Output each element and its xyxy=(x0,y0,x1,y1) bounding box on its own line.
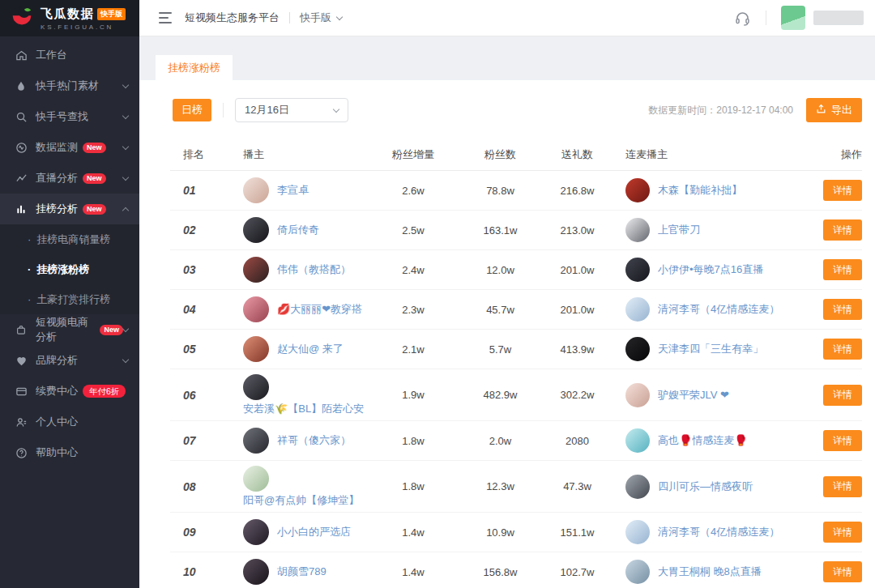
link-broadcaster-avatar[interactable] xyxy=(625,475,650,499)
broadcaster-name-link[interactable]: 李宣卓 xyxy=(277,183,309,198)
link-broadcaster-avatar[interactable] xyxy=(625,297,650,322)
headset-icon[interactable] xyxy=(734,10,751,27)
menu-collapse-icon[interactable] xyxy=(159,12,173,23)
chevron-down-icon xyxy=(122,325,129,331)
broadcaster-avatar[interactable] xyxy=(243,428,269,454)
sidebar-subitem-ecommerce-sales-rank[interactable]: 挂榜电商销量榜 xyxy=(0,224,139,254)
brand-heart-icon xyxy=(15,354,28,367)
sidebar-item-hot-materials[interactable]: 快手热门素材 xyxy=(0,70,139,101)
broadcaster-name-link[interactable]: 阳哥@有点帅【修坤堂】 xyxy=(243,493,359,508)
sidebar-item-label: 帮助中心 xyxy=(36,445,78,460)
rank-value: 09 xyxy=(170,526,227,539)
pulse-icon xyxy=(15,141,28,154)
sidebar-item-label: 直播分析 xyxy=(36,171,78,185)
detail-button[interactable]: 详情 xyxy=(823,476,862,497)
broadcaster-name-link[interactable]: 倚后传奇 xyxy=(277,223,319,237)
sidebar-item-personal-center[interactable]: 个人中心 xyxy=(0,407,139,437)
fans-total-value: 10.9w xyxy=(462,526,539,539)
broadcaster-avatar[interactable] xyxy=(243,374,269,400)
broadcaster-avatar[interactable] xyxy=(243,519,269,545)
update-time-label: 数据更新时间： xyxy=(648,104,716,116)
link-broadcaster-name-link[interactable]: 清河李哥（4亿情感连麦） xyxy=(658,525,779,539)
sidebar-item-workbench[interactable]: 工作台 xyxy=(0,40,139,70)
broadcaster-name-link[interactable]: 💋大丽丽❤教穿搭 xyxy=(277,302,362,317)
link-broadcaster-avatar[interactable] xyxy=(625,560,650,584)
sidebar-item-ranking-analysis[interactable]: 挂榜分析 New xyxy=(0,194,139,224)
sidebar-subitem-label: 土豪打赏排行榜 xyxy=(36,292,110,307)
sidebar-item-data-monitor[interactable]: 数据监测 New xyxy=(0,132,139,163)
link-broadcaster-name-link[interactable]: 小伊伊•每晚7点16直播 xyxy=(658,262,763,277)
watermelon-logo-icon xyxy=(10,5,34,32)
search-icon xyxy=(15,110,28,123)
export-button[interactable]: 导出 xyxy=(806,98,862,122)
detail-button[interactable]: 详情 xyxy=(823,522,862,543)
link-broadcaster-avatar[interactable] xyxy=(625,258,650,282)
rank-value: 07 xyxy=(170,434,227,447)
fans-gain-value: 1.9w xyxy=(365,389,462,401)
broadcaster-name-link[interactable]: 伟伟（教搭配） xyxy=(277,262,351,277)
broadcaster-avatar[interactable] xyxy=(243,466,269,492)
broadcaster-name-link[interactable]: 赵大仙@ 来了 xyxy=(277,342,344,356)
chevron-down-icon xyxy=(122,112,129,118)
link-broadcaster-avatar[interactable] xyxy=(625,218,650,242)
broadcaster-name-link[interactable]: 胡颜雪789 xyxy=(277,565,327,579)
user-avatar[interactable] xyxy=(781,6,805,30)
broadcaster-avatar[interactable] xyxy=(243,559,269,585)
sidebar-item-brand-analysis[interactable]: 品牌分析 xyxy=(0,345,139,376)
broadcaster-name-link[interactable]: 祥哥（傻六家） xyxy=(277,433,351,448)
sidebar-subitem-fans-growth-rank[interactable]: 挂榜涨粉榜 xyxy=(0,254,139,284)
broadcaster-name-link[interactable]: 小小白的严选店 xyxy=(277,525,351,539)
sidebar-item-video-ecommerce-analysis[interactable]: 短视频电商分析 New xyxy=(0,314,139,345)
detail-button[interactable]: 详情 xyxy=(823,180,862,201)
broadcaster-avatar[interactable] xyxy=(243,217,269,243)
detail-button[interactable]: 详情 xyxy=(823,385,862,406)
export-button-label: 导出 xyxy=(831,103,852,117)
link-broadcaster-name-link[interactable]: 四川可乐—情感夜听 xyxy=(658,479,753,494)
link-broadcaster-name-link[interactable]: 清河李哥（4亿情感连麦） xyxy=(658,302,779,317)
sidebar-item-renewal-center[interactable]: 续费中心 年付6折 xyxy=(0,376,139,407)
column-header-fans-total: 粉丝数 xyxy=(462,147,539,162)
link-broadcaster-avatar[interactable] xyxy=(625,520,650,544)
broadcaster-name-link[interactable]: 安若溪🌾【BL】陌若心安 xyxy=(243,402,364,416)
daily-rank-button[interactable]: 日榜 xyxy=(173,99,211,121)
date-select[interactable]: 12月16日 xyxy=(235,98,348,122)
ranking-analysis-submenu: 挂榜电商销量榜 挂榜涨粉榜 土豪打赏排行榜 xyxy=(0,224,139,314)
gifts-value: 213.0w xyxy=(539,224,616,236)
sidebar-item-live-analysis[interactable]: 直播分析 New xyxy=(0,163,139,194)
sidebar-subitem-tycoon-reward-rank[interactable]: 土豪打赏排行榜 xyxy=(0,284,139,314)
broadcaster-avatar[interactable] xyxy=(243,296,269,322)
detail-button[interactable]: 详情 xyxy=(823,561,862,582)
sidebar-item-help-center[interactable]: 帮助中心 xyxy=(0,437,139,468)
link-broadcaster-name-link[interactable]: 上官带刀 xyxy=(658,223,700,237)
detail-button[interactable]: 详情 xyxy=(823,339,862,360)
link-broadcaster-name-link[interactable]: 木森【勤能补拙】 xyxy=(658,183,742,198)
table-row: 01 李宣卓 2.6w 78.8w 216.8w 木森【勤能补拙】 详情 xyxy=(170,171,862,211)
app-logo[interactable]: 飞瓜数据 快手版 KS.FEIGUA.CN xyxy=(0,0,139,36)
tab-fans-growth-rank[interactable]: 挂榜涨粉榜 xyxy=(156,55,233,80)
link-broadcaster-name-link[interactable]: 高也🥊情感连麦🥊 xyxy=(658,433,747,448)
broadcaster-avatar[interactable] xyxy=(243,177,269,203)
detail-button[interactable]: 详情 xyxy=(823,299,862,320)
table-row: 06 安若溪🌾【BL】陌若心安 1.9w 482.9w 302.2w 驴嫂平荣J… xyxy=(170,369,862,421)
fans-total-value: 12.0w xyxy=(462,264,539,276)
link-broadcaster-avatar[interactable] xyxy=(625,337,650,361)
chevron-up-icon xyxy=(122,207,129,214)
fans-total-value: 45.7w xyxy=(462,304,539,316)
link-broadcaster-name-link[interactable]: 驴嫂平荣JLV ❤ xyxy=(658,388,729,403)
detail-button[interactable]: 详情 xyxy=(823,219,862,241)
fans-total-value: 12.3w xyxy=(462,480,539,492)
link-broadcaster-avatar[interactable] xyxy=(625,428,650,453)
link-broadcaster-name-link[interactable]: 天津李四「三生有幸」 xyxy=(658,342,763,356)
sidebar-item-account-search[interactable]: 快手号查找 xyxy=(0,101,139,132)
broadcaster-avatar[interactable] xyxy=(243,257,269,283)
link-broadcaster-name-link[interactable]: 大胃王桐桐 晚8点直播 xyxy=(658,565,762,579)
link-broadcaster-avatar[interactable] xyxy=(625,178,650,202)
content-card: 日榜 12月16日 数据更新时间：2019-12-17 04:00 导出 排名 … xyxy=(139,80,875,588)
detail-button[interactable]: 详情 xyxy=(823,259,862,280)
broadcaster-avatar[interactable] xyxy=(243,336,269,362)
detail-button[interactable]: 详情 xyxy=(823,430,862,451)
link-broadcaster-avatar[interactable] xyxy=(625,383,650,407)
logo-title: 飞瓜数据 xyxy=(41,6,94,22)
edition-switcher[interactable]: 快手版 xyxy=(300,11,342,25)
fans-gain-value: 2.1w xyxy=(365,343,462,356)
